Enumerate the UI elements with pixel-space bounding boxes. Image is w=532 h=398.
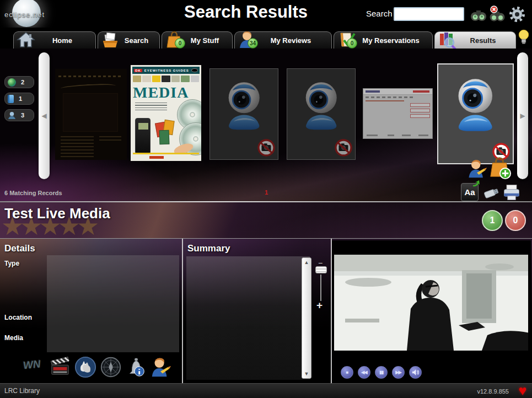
search-input[interactable] — [394, 7, 464, 21]
clapperboard-icon[interactable] — [49, 356, 72, 379]
star-icon[interactable]: ★ — [39, 212, 58, 240]
info-bell-icon[interactable] — [125, 356, 148, 379]
zoom-slider-track — [320, 275, 321, 301]
eye-icon — [191, 68, 198, 72]
font-sample-text: Aa — [464, 187, 475, 197]
thumbnail-detail — [367, 135, 378, 136]
book-header: DK EYEWITNESS GUIDES — [132, 67, 200, 74]
usb-drive-icon[interactable] — [482, 184, 501, 202]
compass-icon[interactable] — [99, 356, 122, 379]
write-review-icon[interactable] — [466, 158, 488, 180]
carousel-item-webcam[interactable] — [209, 68, 278, 160]
tab-label: Results — [455, 36, 496, 45]
pause-button[interactable]: ▮▮ — [375, 366, 388, 379]
details-value-box — [47, 255, 179, 352]
tab-home[interactable]: Home — [13, 31, 96, 49]
volume-button[interactable] — [409, 366, 422, 379]
carousel-item-media-book[interactable]: DK EYEWITNESS GUIDES MEDIA — [131, 65, 201, 161]
tab-label: Home — [37, 36, 72, 45]
rating-stars[interactable]: ★★★★★ — [1, 211, 95, 241]
tab-my-reservations[interactable]: 0 My Reservations — [334, 31, 433, 49]
font-size-button[interactable]: Aa — [461, 183, 479, 201]
right-arrow-icon: ▶ — [520, 112, 525, 120]
star-icon[interactable]: ★ — [58, 212, 77, 240]
printer-icon[interactable] — [502, 182, 522, 202]
tab-my-stuff[interactable]: 0 My Stuff — [162, 31, 233, 49]
scroll-down-icon[interactable]: ▼ — [304, 371, 309, 377]
carousel-scroll-right[interactable]: ▶ — [517, 52, 528, 179]
app-window: eclipse.net Search Results Search Home S… — [0, 0, 532, 398]
app-name: LRC Library — [4, 387, 40, 395]
filter-media-results[interactable]: 3 — [4, 109, 34, 121]
star-icon[interactable]: ★ — [77, 212, 95, 240]
my-reservations-badge: 0 — [347, 38, 357, 49]
search-go-binoculars-icon[interactable] — [470, 6, 487, 23]
add-to-stuff-icon[interactable] — [487, 155, 512, 180]
fast-forward-icon: ▶▶ — [395, 370, 401, 375]
review-person-icon[interactable] — [149, 356, 172, 379]
book-thumbnails-row — [133, 76, 199, 82]
home-icon — [16, 30, 36, 50]
star-icon[interactable]: ★ — [20, 212, 39, 240]
thumbnail-detail — [366, 100, 404, 101]
stop-icon: ■ — [346, 370, 348, 375]
filter-book-results[interactable]: 1 — [4, 93, 34, 105]
version-text: v12.8.9.855 — [477, 388, 509, 395]
thumbnail-detail — [388, 135, 394, 136]
results-books-magnifier-icon — [437, 30, 457, 50]
panel-separator — [182, 239, 183, 384]
record-header: Test Live Media ★★★★★ 1 0 — [0, 202, 532, 238]
lightbulb-icon[interactable] — [518, 29, 530, 46]
thumbnail-detail — [58, 76, 122, 77]
person-icon — [8, 111, 16, 120]
tab-results[interactable]: Results — [434, 31, 516, 49]
carousel-scroll-left[interactable]: ◀ — [39, 52, 50, 179]
carousel-item-catalog-page[interactable] — [363, 88, 433, 139]
filter-web-results[interactable]: 2 — [4, 76, 34, 88]
available-count-button[interactable]: 1 — [482, 210, 503, 231]
media-label: Media — [4, 334, 23, 342]
thumbnail-detail — [402, 135, 411, 136]
search-label: Search — [366, 9, 393, 18]
thumbnail-detail — [366, 90, 380, 93]
video-player: ■ ◀◀ ▮▮ ▶▶ — [332, 240, 531, 379]
carousel-item-selected-webcam[interactable] — [437, 63, 514, 164]
summary-heading: Summary — [187, 243, 230, 254]
wn-text: WN — [23, 358, 41, 372]
cover-rule — [133, 153, 199, 154]
type-label: Type — [4, 260, 19, 267]
record-detail-area: Details Type Location Media WN Summary ▲… — [0, 238, 532, 383]
page-number[interactable]: 1 — [265, 189, 268, 196]
speaker-icon — [412, 369, 419, 376]
thumbnail-detail — [418, 135, 428, 136]
wn-logo-icon[interactable]: WN — [23, 359, 46, 382]
thumbnail-detail — [99, 136, 121, 141]
fast-forward-button[interactable]: ▶▶ — [392, 366, 405, 379]
tab-my-reviews[interactable]: 34 My Reviews — [234, 31, 332, 49]
no-photo-icon — [257, 138, 276, 157]
scroll-up-icon[interactable]: ▲ — [304, 260, 309, 265]
phone-illustration — [135, 118, 151, 154]
zoom-in-button[interactable]: + — [316, 299, 323, 311]
thumbnail-detail — [413, 90, 429, 93]
results-carousel: 2 1 3 ◀ ▶ DK — [0, 49, 532, 201]
zoom-slider-handle[interactable] — [315, 266, 327, 273]
settings-gear-icon[interactable] — [508, 6, 526, 23]
carousel-item-webpage[interactable] — [55, 69, 127, 160]
logo-text: eclipse.net — [4, 10, 45, 19]
summary-scrollbar[interactable]: ▲ ▼ — [302, 257, 311, 379]
sign-language-hands-icon[interactable] — [74, 356, 97, 379]
rewind-button[interactable]: ◀◀ — [358, 366, 370, 379]
star-icon[interactable]: ★ — [1, 212, 20, 240]
unavailable-count-button[interactable]: 0 — [505, 210, 526, 231]
stop-button[interactable]: ■ — [341, 366, 353, 379]
tab-search[interactable]: Search — [98, 31, 160, 49]
book-subtitle-lines — [135, 103, 167, 110]
green-arrow-icon — [472, 180, 481, 189]
details-heading: Details — [4, 243, 35, 254]
tab-label: My Reservations — [347, 36, 419, 45]
clear-search-binoculars-icon[interactable] — [488, 6, 506, 23]
thumbnail-detail — [61, 136, 94, 150]
header: eclipse.net Search Results Search — [0, 0, 532, 28]
carousel-item-webcam[interactable] — [287, 68, 356, 160]
